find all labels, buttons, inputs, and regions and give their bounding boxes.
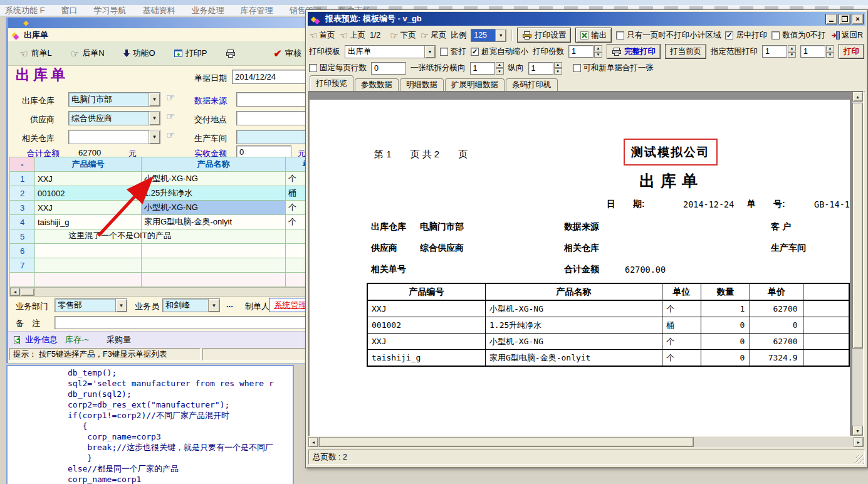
overlay-print-checkbox[interactable]: 套打 xyxy=(440,46,466,57)
cell-code[interactable] xyxy=(35,258,142,273)
tab-detail-data[interactable]: 明细数据 xyxy=(400,78,444,91)
grid-row-1[interactable]: 1 XXJ 小型机-XG-NG 个 xyxy=(10,172,318,186)
return-button[interactable]: 返回R xyxy=(831,30,863,41)
minimize-button[interactable] xyxy=(825,14,837,24)
clerk-combo[interactable]: 和剑峰▼ xyxy=(162,298,220,312)
scroll-thumb[interactable] xyxy=(21,288,34,296)
print-menu-button[interactable]: 打印P xyxy=(174,48,207,59)
tab-print-preview[interactable]: 打印预览 xyxy=(310,75,353,91)
dropdown-arrow-icon[interactable]: ▼ xyxy=(208,299,219,312)
print-current-button[interactable]: 打当前页 xyxy=(665,44,706,59)
dropdown-arrow-icon[interactable]: ▼ xyxy=(149,93,160,106)
grid-hscrollbar[interactable]: ◄ xyxy=(9,287,306,297)
spin-down-icon[interactable]: ▼ xyxy=(496,68,504,75)
merge-print-checkbox[interactable]: 可和新单据合打一张 xyxy=(573,63,654,73)
business-info-link[interactable]: 业务信息 xyxy=(25,334,58,345)
spin-up-icon[interactable]: ▲ xyxy=(496,62,504,68)
spin-up-icon[interactable]: ▲ xyxy=(826,45,834,51)
spin-up-icon[interactable]: ▲ xyxy=(554,62,562,68)
dropdown-arrow-icon[interactable]: ▼ xyxy=(149,130,160,144)
menu-item-basedata[interactable]: 基础资料 xyxy=(143,5,175,16)
spin-down-icon[interactable]: ▼ xyxy=(554,68,562,75)
print-button[interactable]: 打印 xyxy=(839,44,864,59)
cell-name[interactable] xyxy=(142,273,286,287)
cell-name-selected[interactable]: 小型机-XG-NG xyxy=(142,201,286,215)
grid-row-6[interactable]: 6 xyxy=(10,244,318,258)
refresh-doc-icon[interactable] xyxy=(13,336,21,344)
grid-row-4[interactable]: 4 taishiji_g 家用G型电脑-金奥-onlyit 个 xyxy=(10,215,318,229)
cell-name[interactable]: 小型机-XG-NG xyxy=(142,172,286,186)
scroll-thumb[interactable] xyxy=(319,437,694,447)
grid-header-code[interactable]: 产品编号 xyxy=(35,157,142,172)
scroll-thumb[interactable] xyxy=(852,103,863,349)
tab-extended-detail[interactable]: 扩展明细数据 xyxy=(445,78,505,91)
related-pointer-icon[interactable]: ☞ xyxy=(166,129,175,141)
print-setup-button[interactable]: 打印设置 xyxy=(517,28,571,43)
skip-subtotal-checkbox[interactable]: 只有一页时不打印小计区域 xyxy=(616,30,721,41)
menu-item-learn[interactable]: 学习导航 xyxy=(94,5,127,16)
stock-link[interactable]: 库存-~ xyxy=(65,334,89,345)
preview-viewport[interactable]: 第 1 页 共 2 页 测试模拟公司 出库单 日 期: 2014-12-24 单… xyxy=(308,91,864,436)
next-page-button[interactable]: ☞下页 xyxy=(390,30,416,41)
resize-grip[interactable] xyxy=(855,455,864,464)
scroll-up-icon[interactable]: ▲ xyxy=(852,92,863,102)
note-input[interactable] xyxy=(55,316,318,329)
cell-name[interactable]: 1.25升纯净水 xyxy=(142,186,286,201)
spin-down-icon[interactable]: ▼ xyxy=(826,52,834,58)
template-combo[interactable]: 出库单▼ xyxy=(345,45,436,58)
cell-code[interactable] xyxy=(35,273,142,287)
fixed-rows-input[interactable]: 0 xyxy=(371,62,406,75)
grid-new-row[interactable] xyxy=(10,273,318,287)
more-button[interactable]: ... xyxy=(226,300,233,309)
scroll-left-icon[interactable]: ◄ xyxy=(308,437,318,447)
function-button[interactable]: 功能O xyxy=(123,48,155,59)
related-warehouse-combo[interactable]: ▼ xyxy=(68,130,160,144)
fixed-rows-checkbox[interactable]: 固定每页行数 xyxy=(309,63,367,73)
range-from-spinner[interactable]: 1▲▼ xyxy=(762,45,796,58)
export-button[interactable]: 输出 xyxy=(575,28,612,43)
spin-up-icon[interactable]: ▲ xyxy=(788,45,796,51)
split-h-spinner[interactable]: 1▲▼ xyxy=(470,62,504,75)
audit-button[interactable]: ✔审核 xyxy=(274,48,301,60)
split-v-spinner[interactable]: 1▲▼ xyxy=(528,62,562,75)
grid-header-name[interactable]: 产品名称 xyxy=(142,157,286,172)
supplier-pointer-icon[interactable]: ☞ xyxy=(166,110,175,122)
dept-combo[interactable]: 零售部▼ xyxy=(55,298,127,312)
preview-hscrollbar[interactable]: ◄ ► xyxy=(308,437,864,447)
tab-barcode-printer[interactable]: 条码打印机 xyxy=(506,78,558,91)
grid-header-index[interactable]: - xyxy=(10,157,35,172)
first-page-button[interactable]: ☜首页 xyxy=(309,30,335,41)
printer-button[interactable] xyxy=(226,50,236,58)
spin-down-icon[interactable]: ▼ xyxy=(788,52,796,58)
tab-parameter-data[interactable]: 参数数据 xyxy=(355,78,399,91)
cell-name[interactable] xyxy=(142,244,286,258)
supplier-combo[interactable]: 综合供应商▼ xyxy=(68,111,160,125)
au​toshrink-checkbox[interactable]: ✓超宽自动缩小 xyxy=(471,46,528,57)
zero-skip-checkbox[interactable]: 数值为0不打 xyxy=(771,30,825,41)
cell-name[interactable]: 家用G型电脑-金奥-onlyit xyxy=(142,215,286,229)
menu-item-window[interactable]: 窗口 xyxy=(61,5,78,16)
dropdown-arrow-icon[interactable]: ▼ xyxy=(495,29,506,41)
preview-titlebar[interactable]: ◆◆ 报表预览: 模板编号 - v_gb × xyxy=(308,12,865,26)
last-page-button[interactable]: ☞尾页 xyxy=(421,30,446,41)
spin-down-icon[interactable]: ▼ xyxy=(594,52,602,58)
prev-page-button[interactable]: ☜上页 xyxy=(339,30,365,41)
scale-combo[interactable]: 125▼ xyxy=(471,29,506,42)
cell-name[interactable] xyxy=(142,258,286,273)
next-doc-button[interactable]: ☞后单N xyxy=(71,48,105,59)
menu-item-business[interactable]: 业务处理 xyxy=(192,5,224,16)
scroll-down-icon[interactable]: ▼ xyxy=(852,426,863,436)
warehouse-pointer-icon[interactable]: ☞ xyxy=(166,92,175,103)
range-to-spinner[interactable]: 1▲▼ xyxy=(800,45,834,58)
grid-row-7[interactable]: 7 xyxy=(10,258,318,273)
grid-row-3[interactable]: 3 XXJ 小型机-XG-NG 个 xyxy=(10,201,318,215)
code-editor-window[interactable]: db_temp(); sql2='select manufacturer fro… xyxy=(6,365,294,484)
close-button[interactable]: × xyxy=(852,14,864,24)
prev-doc-button[interactable]: ☜前单L xyxy=(19,48,52,59)
copies-spinner[interactable]: 1▲▼ xyxy=(568,45,602,58)
spin-up-icon[interactable]: ▲ xyxy=(594,45,602,51)
cell-code[interactable] xyxy=(35,244,142,258)
preview-vscrollbar[interactable]: ▲ ▼ xyxy=(852,92,863,436)
menu-item-system[interactable]: 系统功能 F xyxy=(5,5,45,16)
center-print-checkbox[interactable]: ✓居中打印 xyxy=(725,30,767,41)
